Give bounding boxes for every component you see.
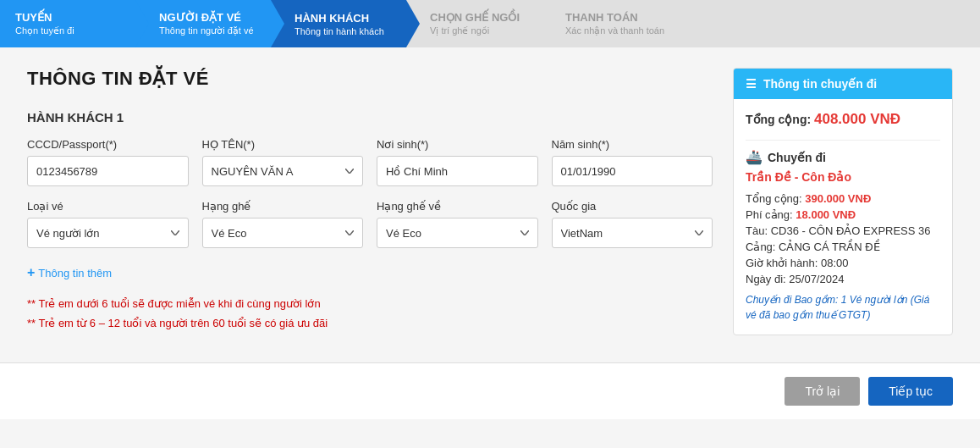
form-row-2: Loại vé Vé người lớn Hạng ghế Vé Eco Hạn…: [27, 200, 713, 248]
bottom-bar: Trở lại Tiếp tục: [0, 362, 980, 419]
step-thanh-toan: THANH TOÁN Xác nhận và thanh toán: [542, 0, 680, 47]
trip-section-title: 🚢 Chuyến đi: [746, 149, 940, 165]
step-nguoi-dat[interactable]: NGƯỜI ĐẶT VÉ Thông tin người đặt vé: [135, 0, 271, 47]
step-hanh-khach[interactable]: HÀNH KHÁCH Thông tin hành khách: [271, 0, 406, 47]
port-value: CẢNG CÁ TRẦN ĐỀ: [779, 241, 880, 253]
fee-value: 18.000 VNĐ: [796, 208, 856, 221]
warning-1: ** Trẻ em dưới 6 tuổi sẽ được miễn vé kh…: [27, 294, 713, 313]
step-chonghe-subtitle: Vị trí ghế ngồi: [430, 25, 520, 36]
namsinh-input[interactable]: [552, 156, 713, 186]
noisinh-label: Nơi sinh(*): [377, 138, 538, 151]
trip-info-header: ☰ Thông tin chuyến đi: [734, 69, 952, 99]
trip-section-label: Chuyến đi: [768, 151, 826, 164]
plus-icon: +: [27, 265, 35, 280]
hanggheve-select[interactable]: Vé Eco: [377, 218, 538, 248]
loaive-group: Loại vé Vé người lớn: [27, 200, 189, 248]
cccd-group: CCCD/Passport(*): [27, 138, 189, 186]
step-tuyen[interactable]: TUYẾN Chọn tuyến đi: [0, 0, 135, 47]
total-value: 408.000 VNĐ: [814, 111, 900, 127]
noisinh-group: Nơi sinh(*): [377, 138, 538, 186]
hangghe-select[interactable]: Vé Eco: [202, 218, 364, 248]
step-thanhtoan-title: THANH TOÁN: [565, 11, 664, 24]
departure-value: 08:00: [821, 257, 849, 269]
namsinh-label: Năm sinh(*): [552, 138, 713, 151]
fee-row: Phí cảng: 18.000 VNĐ: [746, 208, 940, 221]
total-label: Tổng cộng:: [746, 113, 811, 126]
passenger-label: HÀNH KHÁCH 1: [27, 110, 713, 124]
main-container: THÔNG TIN ĐẶT VÉ HÀNH KHÁCH 1 CCCD/Passp…: [0, 47, 980, 356]
trip-includes: Chuyến đi Bao gồm: 1 Vé người lớn (Giá v…: [746, 292, 940, 323]
ship-row: Tàu: CD36 - CÔN ĐẢO EXPRESS 36: [746, 224, 940, 237]
page-title: THÔNG TIN ĐẶT VÉ: [27, 68, 713, 90]
cccd-input[interactable]: [27, 156, 189, 186]
form-row-1: CCCD/Passport(*) HỌ TÊN(*) NGUYỄN VĂN A …: [27, 138, 713, 186]
trip-route: Trần Đề - Côn Đảo: [746, 170, 940, 184]
warnings: ** Trẻ em dưới 6 tuổi sẽ được miễn vé kh…: [27, 294, 713, 334]
step-hanhkhach-subtitle: Thông tin hành khách: [295, 26, 384, 36]
fee-label: Phí cảng:: [746, 208, 793, 221]
trip-info-body: Tổng cộng: 408.000 VNĐ 🚢 Chuyến đi Trần …: [734, 99, 952, 335]
step-tuyen-title: TUYẾN: [15, 11, 74, 24]
divider-1: [746, 140, 940, 141]
hangghe-label: Hạng ghế: [202, 200, 364, 213]
hangghe-group: Hạng ghế Vé Eco: [202, 200, 364, 248]
list-icon: ☰: [746, 77, 757, 91]
quocgia-label: Quốc gia: [552, 200, 713, 213]
hoten-group: HỌ TÊN(*) NGUYỄN VĂN A: [202, 138, 364, 186]
subtotal-label: Tổng cộng:: [746, 192, 802, 205]
port-label: Cảng:: [746, 241, 775, 253]
namsinh-group: Năm sinh(*): [552, 138, 713, 186]
subtotal-row: Tổng cộng: 390.000 VNĐ: [746, 192, 940, 205]
port-row: Cảng: CẢNG CÁ TRẦN ĐỀ: [746, 241, 940, 253]
more-info-label: Thông tin thêm: [38, 267, 112, 279]
hoten-select[interactable]: NGUYỄN VĂN A: [202, 156, 364, 186]
step-thanhtoan-subtitle: Xác nhận và thanh toán: [565, 25, 664, 36]
quocgia-group: Quốc gia VietNam: [552, 200, 713, 248]
ship-label: Tàu:: [746, 224, 768, 237]
back-button[interactable]: Trở lại: [785, 377, 860, 406]
trip-info-card: ☰ Thông tin chuyến đi Tổng cộng: 408.000…: [733, 68, 953, 335]
ship-value: CD36 - CÔN ĐẢO EXPRESS 36: [771, 224, 931, 237]
step-chonghe-title: CHỌN GHẾ NGỒI: [430, 11, 520, 24]
step-hanhkhach-title: HÀNH KHÁCH: [295, 12, 384, 25]
step-nguoidat-title: NGƯỜI ĐẶT VÉ: [159, 11, 254, 24]
next-button[interactable]: Tiếp tục: [868, 377, 953, 406]
trip-info-header-label: Thông tin chuyến đi: [763, 77, 877, 91]
date-row: Ngày đi: 25/07/2024: [746, 273, 940, 285]
cccd-label: CCCD/Passport(*): [27, 138, 189, 151]
hanggheve-group: Hạng ghế về Vé Eco: [377, 200, 538, 248]
ship-icon: 🚢: [746, 149, 763, 165]
step-nguoidat-subtitle: Thông tin người đặt vé: [159, 25, 254, 36]
hanggheve-label: Hạng ghế về: [377, 200, 538, 213]
departure-label: Giờ khởi hành:: [746, 257, 818, 269]
loaive-label: Loại vé: [27, 200, 189, 213]
date-label: Ngày đi:: [746, 273, 786, 285]
noisinh-input[interactable]: [377, 156, 538, 186]
step-tuyen-subtitle: Chọn tuyến đi: [15, 25, 74, 36]
more-info-link[interactable]: + Thông tin thêm: [27, 265, 112, 280]
step-chon-ghe: CHỌN GHẾ NGỒI Vị trí ghế ngồi: [406, 0, 542, 47]
quocgia-select[interactable]: VietNam: [552, 218, 713, 248]
progress-bar: TUYẾN Chọn tuyến đi NGƯỜI ĐẶT VÉ Thông t…: [0, 0, 980, 47]
total-price-row: Tổng cộng: 408.000 VNĐ: [746, 111, 940, 128]
loaive-select[interactable]: Vé người lớn: [27, 218, 189, 248]
warning-2: ** Trẻ em từ 6 – 12 tuổi và người trên 6…: [27, 313, 713, 333]
left-panel: THÔNG TIN ĐẶT VÉ HÀNH KHÁCH 1 CCCD/Passp…: [27, 68, 713, 335]
right-panel: ☰ Thông tin chuyến đi Tổng cộng: 408.000…: [733, 68, 953, 335]
departure-row: Giờ khởi hành: 08:00: [746, 257, 940, 269]
subtotal-value: 390.000 VNĐ: [805, 192, 871, 205]
hoten-label: HỌ TÊN(*): [202, 138, 364, 151]
date-value: 25/07/2024: [789, 273, 844, 285]
